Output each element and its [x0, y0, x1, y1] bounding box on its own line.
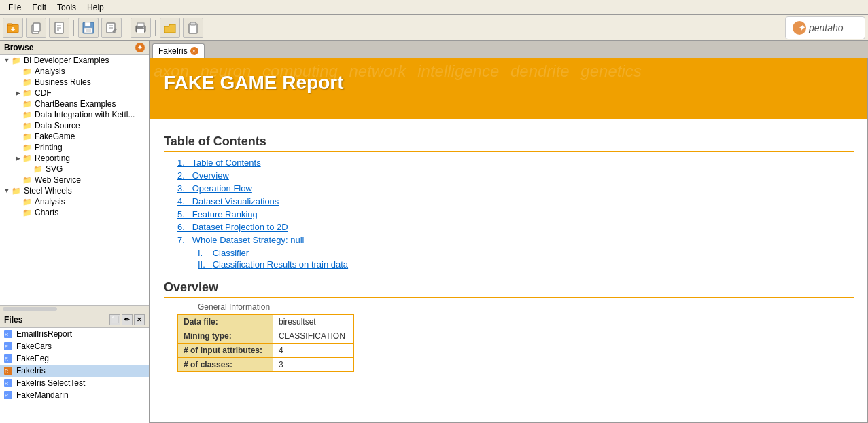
- tree-item-chartbeans[interactable]: 📁 ChartBeans Examples: [0, 98, 149, 109]
- svg-text:pentaho: pentaho: [808, 22, 844, 33]
- tree-item-charts[interactable]: 📁 Charts: [0, 207, 149, 218]
- toc-item-6[interactable]: 6. Dataset Projection to 2D: [164, 221, 854, 234]
- tree-label: Analysis: [35, 197, 65, 206]
- tree-expander[interactable]: [14, 208, 22, 217]
- svg-text:R: R: [5, 369, 8, 373]
- copy-button[interactable]: [26, 18, 46, 38]
- h-scrollbar[interactable]: [0, 305, 149, 312]
- file-label: EmailIrisReport: [16, 329, 72, 339]
- tree-expander[interactable]: [14, 132, 22, 141]
- menu-help[interactable]: Help: [82, 1, 109, 14]
- folder-icon: 📁: [11, 56, 22, 65]
- toc-item-1[interactable]: 1. Table of Contents: [164, 156, 854, 169]
- tree-expander[interactable]: [14, 122, 22, 130]
- file-icon: R: [3, 366, 14, 375]
- tree-item-steel-wheels[interactable]: ▼ 📁 Steel Wheels: [0, 185, 149, 196]
- svg-text:R: R: [5, 344, 8, 349]
- tree-container[interactable]: ▼ 📁 BI Developer Examples 📁 Analysis 📁 B…: [0, 55, 149, 305]
- toc-header: Table of Contents: [164, 134, 854, 152]
- tree-label: ChartBeans Examples: [35, 99, 116, 109]
- tree-expander[interactable]: [14, 176, 22, 184]
- toc-item-2[interactable]: 2. Overview: [164, 169, 854, 182]
- toc-item-3[interactable]: 3. Operation Flow: [164, 182, 854, 195]
- tree-item-data-source[interactable]: 📁 Data Source: [0, 120, 149, 131]
- toolbar-separator-2: [126, 20, 126, 36]
- tree-expander[interactable]: ▶: [14, 89, 22, 97]
- svg-point-20: [143, 26, 144, 28]
- files-section: Files ⬜ ✏ ✕ R EmailIrisReport R FakeCars…: [0, 312, 149, 423]
- toc-item-5[interactable]: 5. Feature Ranking: [164, 208, 854, 221]
- files-action-edit[interactable]: ✏: [122, 314, 133, 325]
- svg-text:✦: ✦: [798, 23, 805, 33]
- new-file-button[interactable]: [49, 18, 69, 38]
- file-item-fakecars[interactable]: R FakeCars: [0, 340, 149, 352]
- tree-label: CDF: [35, 88, 52, 98]
- tree-item-printing[interactable]: 📁 Printing: [0, 142, 149, 153]
- table-row: # of input attributes: 4: [178, 344, 354, 358]
- toc-sub-item-2[interactable]: II. Classification Results on train data: [164, 258, 854, 270]
- tree-label: FakeGame: [35, 132, 75, 141]
- tree-item-data-integration[interactable]: 📁 Data Integration with Kettl...: [0, 109, 149, 120]
- edit-button[interactable]: [101, 18, 122, 38]
- tree-expander[interactable]: [14, 143, 22, 151]
- menu-tools[interactable]: Tools: [52, 1, 82, 14]
- svg-text:R: R: [5, 381, 8, 386]
- file-item-fakeiris[interactable]: R FakeIris: [0, 365, 149, 377]
- tree-label: Printing: [35, 143, 63, 152]
- tree-item-fakegame[interactable]: 📁 FakeGame: [0, 131, 149, 142]
- tree-expander[interactable]: ▼: [3, 56, 11, 65]
- print-button[interactable]: [131, 18, 151, 38]
- new-folder-button[interactable]: [3, 18, 23, 38]
- open-button[interactable]: [160, 18, 180, 38]
- tab-fakeiris[interactable]: FakeIris ✕: [152, 43, 205, 58]
- save-button[interactable]: [78, 18, 99, 38]
- file-icon: R: [3, 329, 14, 339]
- folder-icon: 📁: [33, 165, 44, 173]
- folder-icon: 📁: [22, 143, 33, 151]
- browse-icon: ✦: [135, 43, 145, 52]
- tree-item-cdf[interactable]: ▶ 📁 CDF: [0, 88, 149, 98]
- table-row: Mining type: CLASSIFICATION: [178, 329, 354, 344]
- file-item-fakeiris-select[interactable]: R FakeIris SelectTest: [0, 377, 149, 389]
- toc-sub-item-1[interactable]: I. Classifier: [164, 246, 854, 258]
- tree-item-bi-dev[interactable]: ▼ 📁 BI Developer Examples: [0, 55, 149, 66]
- file-item-fakeeeg[interactable]: R FakeEeg: [0, 352, 149, 365]
- toc-item-4[interactable]: 4. Dataset Visualizations: [164, 195, 854, 208]
- content-area[interactable]: axon neuron computing network intelligen…: [150, 58, 868, 423]
- tab-close-button[interactable]: ✕: [190, 47, 198, 55]
- tab-bar: FakeIris ✕: [150, 41, 868, 58]
- file-item-emailiris[interactable]: R EmailIrisReport: [0, 328, 149, 340]
- toc-item-7[interactable]: 7. Whole Dataset Strategy: null: [164, 234, 854, 246]
- table-row: Data file: biresultset: [178, 315, 354, 329]
- tree-item-svg[interactable]: 📁 SVG: [0, 164, 149, 174]
- general-info-label: General Information: [198, 302, 854, 312]
- tree-expander[interactable]: [24, 165, 33, 173]
- folder-icon: 📁: [11, 187, 22, 195]
- svg-rect-1: [7, 24, 12, 26]
- tree-item-analysis2[interactable]: 📁 Analysis: [0, 196, 149, 207]
- menu-file[interactable]: File: [3, 1, 27, 14]
- tree-item-reporting[interactable]: ▶ 📁 Reporting: [0, 153, 149, 164]
- tree-item-web-service[interactable]: 📁 Web Service: [0, 174, 149, 185]
- tree-item-business-rules[interactable]: 📁 Business Rules: [0, 77, 149, 88]
- browse-header: Browse ✦: [0, 41, 149, 55]
- files-action-new[interactable]: ⬜: [109, 314, 120, 325]
- browse-label: Browse: [4, 43, 33, 52]
- tree-expander[interactable]: [14, 78, 22, 86]
- svg-rect-19: [137, 23, 144, 26]
- tree-expander[interactable]: [14, 100, 22, 108]
- file-item-fakemandarin[interactable]: R FakeMandarin: [0, 389, 149, 401]
- table-label-cell: Data file:: [178, 315, 273, 329]
- tree-expander[interactable]: ▼: [3, 187, 11, 195]
- tree-expander[interactable]: [14, 198, 22, 206]
- menu-edit[interactable]: Edit: [27, 1, 52, 14]
- tree-expander[interactable]: ▶: [14, 154, 22, 162]
- tree-expander[interactable]: [14, 67, 22, 75]
- files-action-delete[interactable]: ✕: [134, 314, 145, 325]
- file-icon: R: [3, 354, 14, 363]
- folder-icon: 📁: [22, 208, 33, 217]
- paste-button[interactable]: [183, 18, 203, 38]
- tree-item-analysis[interactable]: 📁 Analysis: [0, 66, 149, 77]
- svg-rect-5: [33, 23, 40, 31]
- tree-expander[interactable]: [14, 111, 22, 119]
